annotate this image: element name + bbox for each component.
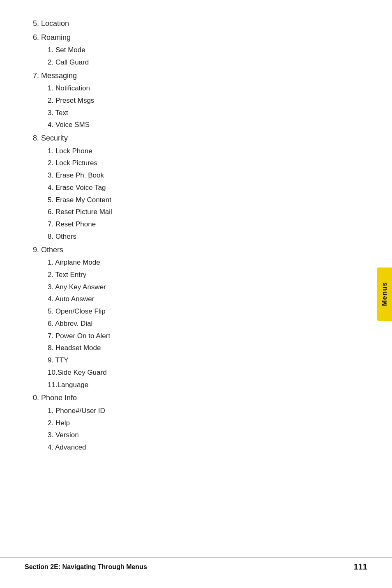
list-item: 9. Others1. Airplane Mode2. Text Entry3.… <box>33 244 367 391</box>
footer-section-label: Section 2E: Navigating Through Menus <box>25 563 147 571</box>
submenu-item-label: 3. Version <box>48 429 79 441</box>
list-item: 4. Auto Answer <box>33 293 367 305</box>
list-item: 6. Abbrev. Dial <box>33 318 367 330</box>
submenu-item-label: 6. Abbrev. Dial <box>48 318 92 330</box>
list-item: 2. Preset Msgs <box>33 95 367 107</box>
submenu-item-label: 4. Voice SMS <box>48 119 90 131</box>
list-item: 1. Phone#/User ID <box>33 405 367 417</box>
list-item: 1. Airplane Mode <box>33 256 367 269</box>
list-item: 3. Erase Ph. Book <box>33 169 367 182</box>
footer-page-number: 111 <box>354 562 367 572</box>
list-item: 3. Text <box>33 107 367 119</box>
list-item: 1. Notification <box>33 82 367 95</box>
submenu-item-label: 2. Call Guard <box>48 56 89 69</box>
submenu-item-label: 2. Preset Msgs <box>48 95 94 107</box>
menu-item-label: 7. Messaging <box>33 69 77 83</box>
side-tab-label: Menus <box>380 282 389 306</box>
submenu-item-label: 1. Lock Phone <box>48 145 92 157</box>
list-item: 1. Set Mode <box>33 44 367 56</box>
submenu: 1. Airplane Mode2. Text Entry3. Any Key … <box>33 256 367 391</box>
submenu-item-label: 9. TTY <box>48 354 69 367</box>
list-item: 8. Headset Mode <box>33 342 367 354</box>
submenu-item-label: 6. Reset Picture Mail <box>48 206 112 218</box>
list-item: 5. Erase My Content <box>33 194 367 206</box>
list-item: 10.Side Key Guard <box>33 367 367 379</box>
list-item: 1. Lock Phone <box>33 145 367 157</box>
submenu-item-label: 4. Advanced <box>48 441 86 454</box>
list-item: 0. Phone Info1. Phone#/User ID2. Help3. … <box>33 392 367 454</box>
submenu-item-label: 11.Language <box>48 379 88 391</box>
submenu-item-label: 2. Text Entry <box>48 269 86 281</box>
submenu-item-label: 4. Auto Answer <box>48 293 94 305</box>
submenu-item-label: 1. Airplane Mode <box>48 256 100 269</box>
footer: Section 2E: Navigating Through Menus 111 <box>0 558 392 572</box>
list-item: 3. Version <box>33 429 367 441</box>
side-tab: Menus <box>377 267 392 321</box>
submenu: 1. Set Mode2. Call Guard <box>33 44 367 69</box>
menu-item-label: 5. Location <box>33 17 69 30</box>
submenu-item-label: 5. Erase My Content <box>48 194 111 206</box>
submenu-item-label: 7. Reset Phone <box>48 218 96 231</box>
submenu-item-label: 4. Erase Voice Tag <box>48 182 106 194</box>
menu-item-label: 9. Others <box>33 244 63 257</box>
submenu-item-label: 3. Text <box>48 107 68 119</box>
submenu-item-label: 10.Side Key Guard <box>48 367 107 379</box>
list-item: 2. Call Guard <box>33 56 367 69</box>
list-item: 7. Reset Phone <box>33 218 367 231</box>
list-item: 3. Any Key Answer <box>33 281 367 293</box>
submenu: 1. Phone#/User ID2. Help3. Version4. Adv… <box>33 405 367 454</box>
list-item: 2. Help <box>33 417 367 429</box>
menu-item-label: 0. Phone Info <box>33 392 77 405</box>
submenu-item-label: 1. Set Mode <box>48 44 85 56</box>
list-item: 5. Location <box>33 17 367 30</box>
list-item: 7. Messaging1. Notification2. Preset Msg… <box>33 69 367 131</box>
list-item: 8. Others <box>33 231 367 243</box>
submenu: 1. Notification2. Preset Msgs3. Text4. V… <box>33 82 367 131</box>
menu-item-label: 8. Security <box>33 132 68 145</box>
submenu-item-label: 8. Others <box>48 231 76 243</box>
submenu-item-label: 5. Open/Close Flip <box>48 305 106 318</box>
submenu-item-label: 1. Notification <box>48 82 90 95</box>
submenu-item-label: 2. Help <box>48 417 70 429</box>
list-item: 5. Open/Close Flip <box>33 305 367 318</box>
list-item: 8. Security1. Lock Phone2. Lock Pictures… <box>33 132 367 243</box>
main-menu: 5. Location6. Roaming1. Set Mode2. Call … <box>33 17 367 454</box>
list-item: 6. Roaming1. Set Mode2. Call Guard <box>33 31 367 69</box>
list-item: 4. Advanced <box>33 441 367 454</box>
submenu-item-label: 8. Headset Mode <box>48 342 101 354</box>
page-content: 5. Location6. Roaming1. Set Mode2. Call … <box>0 0 392 470</box>
submenu-item-label: 7. Power On to Alert <box>48 330 110 342</box>
list-item: 6. Reset Picture Mail <box>33 206 367 218</box>
submenu-item-label: 3. Erase Ph. Book <box>48 169 104 182</box>
list-item: 7. Power On to Alert <box>33 330 367 342</box>
list-item: 11.Language <box>33 379 367 391</box>
submenu: 1. Lock Phone2. Lock Pictures3. Erase Ph… <box>33 145 367 243</box>
menu-item-label: 6. Roaming <box>33 31 71 44</box>
submenu-item-label: 3. Any Key Answer <box>48 281 106 293</box>
list-item: 2. Lock Pictures <box>33 157 367 169</box>
list-item: 4. Voice SMS <box>33 119 367 131</box>
list-item: 4. Erase Voice Tag <box>33 182 367 194</box>
list-item: 2. Text Entry <box>33 269 367 281</box>
submenu-item-label: 2. Lock Pictures <box>48 157 97 169</box>
list-item: 9. TTY <box>33 354 367 367</box>
submenu-item-label: 1. Phone#/User ID <box>48 405 105 417</box>
